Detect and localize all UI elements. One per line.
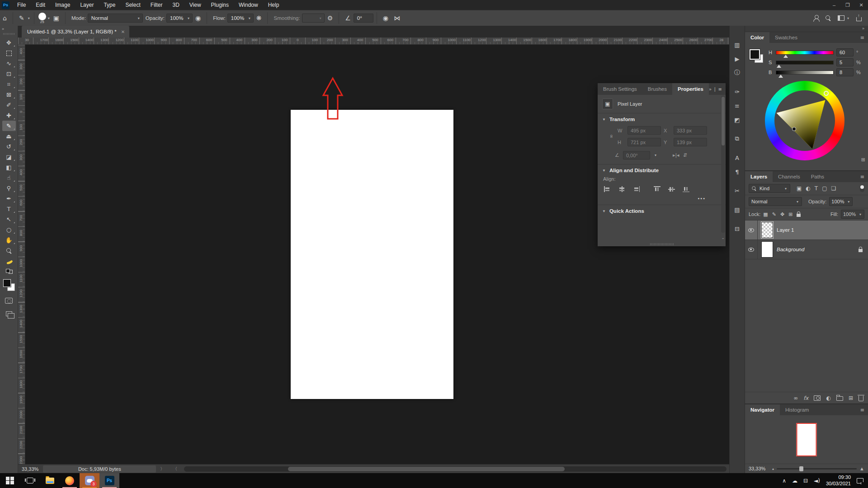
panel-menu-icon[interactable]: ≡	[718, 87, 722, 92]
tool-presets-panel-icon[interactable]: ≡	[732, 100, 743, 111]
tab-brushes[interactable]: Brushes	[642, 83, 672, 95]
history-brush-tool[interactable]: ↺	[2, 141, 16, 152]
filter-shape-icon[interactable]: ▢	[822, 185, 827, 192]
start-button[interactable]	[0, 473, 20, 488]
layers-blend-mode-select[interactable]: Normal ▾	[749, 197, 802, 206]
link-dimensions-icon[interactable]: ∞	[609, 133, 614, 140]
panel-menu-icon[interactable]: ≡	[860, 407, 864, 413]
eyedropper-tool[interactable]: ✐	[2, 100, 16, 110]
minimize-button[interactable]: –	[827, 0, 841, 10]
filter-adjustment-icon[interactable]: ◐	[806, 185, 810, 192]
home-icon[interactable]: ⌂	[0, 14, 9, 22]
discord-button[interactable]: 3	[80, 473, 99, 488]
document-tab[interactable]: Untitled-1 @ 33,3% (Layer 1, RGB/8) * ✕	[22, 26, 129, 38]
restore-button[interactable]: ❐	[841, 0, 854, 10]
scroll-down-icon[interactable]: ⌄	[721, 235, 725, 240]
s-slider[interactable]	[776, 61, 834, 65]
align-top-button[interactable]	[654, 186, 660, 192]
menu-filter[interactable]: Filter	[146, 0, 168, 10]
layer-effects-icon[interactable]: fx	[803, 395, 808, 401]
menu-layer[interactable]: Layer	[75, 0, 99, 10]
glyphs-panel-icon[interactable]: ✂	[732, 185, 743, 196]
b-slider[interactable]	[776, 70, 834, 75]
new-layer-icon[interactable]: ⊞	[849, 395, 853, 401]
hidden-icons-icon[interactable]: ∧	[782, 478, 786, 484]
layer-name[interactable]: Layer 1	[777, 227, 794, 233]
adjustment-layer-icon[interactable]: ◐	[826, 395, 830, 401]
filter-toggle[interactable]	[860, 185, 864, 192]
brush-size-picker[interactable]: 25	[38, 13, 46, 24]
brush-preset-icon[interactable]: ✎	[16, 14, 27, 22]
tab-layers[interactable]: Layers	[745, 171, 773, 182]
layer-thumbnail[interactable]	[761, 222, 773, 238]
menu-edit[interactable]: Edit	[31, 0, 50, 10]
layer-mask-icon[interactable]	[814, 395, 821, 401]
smoothing-select[interactable]: ▾	[302, 14, 325, 23]
layer-name[interactable]: Background	[777, 247, 804, 252]
chevron-down-icon[interactable]: ▾	[47, 16, 51, 20]
adjustments-panel-icon[interactable]: ◩	[732, 114, 743, 125]
flip-vertical-icon[interactable]: ⇵	[683, 152, 687, 158]
tab-brush-settings[interactable]: Brush Settings	[598, 83, 642, 95]
actions-panel-icon[interactable]: ▶	[732, 53, 743, 64]
layer-row[interactable]: Background	[745, 240, 868, 259]
chevron-down-icon[interactable]: ▾	[27, 16, 31, 20]
panel-menu-icon[interactable]: ≡	[860, 35, 864, 41]
menu-help[interactable]: Help	[263, 0, 284, 10]
foreground-background-swatch[interactable]	[2, 278, 16, 292]
move-tool[interactable]: ✥	[2, 38, 16, 48]
path-selection-tool[interactable]: ↖	[2, 214, 16, 225]
panel-resize-grip[interactable]	[650, 243, 674, 245]
opacity-select[interactable]: 100%▾	[166, 14, 193, 23]
layer-thumbnail[interactable]	[761, 241, 773, 258]
tab-swatches[interactable]: Swatches	[769, 32, 803, 43]
filter-pixel-icon[interactable]: ▣	[797, 185, 802, 192]
angle-input[interactable]: 0,00°	[623, 151, 650, 160]
tab-properties[interactable]: Properties	[672, 83, 709, 95]
align-section-header[interactable]: ▼Align and Distribute	[598, 164, 726, 175]
tab-histogram[interactable]: Histogram	[780, 404, 814, 415]
flip-horizontal-icon[interactable]: ▸|◂	[673, 152, 679, 158]
dock-collapse-icon[interactable]: »	[745, 26, 868, 32]
toolbar-collapse-icon[interactable]: »	[0, 26, 6, 32]
photoshop-taskbar-button[interactable]: Ps	[99, 473, 119, 488]
close-tab-icon[interactable]: ✕	[121, 29, 125, 34]
size-pressure-icon[interactable]: ◉	[380, 14, 391, 22]
color-wheel-expand-icon[interactable]: ⊞	[861, 157, 865, 163]
fill-select[interactable]: 100%▾	[841, 210, 864, 219]
lock-artboard-icon[interactable]: ⊞	[788, 211, 793, 217]
healing-brush-tool[interactable]: ✚	[2, 110, 16, 121]
scrollbar-thumb[interactable]	[288, 467, 565, 471]
document-canvas[interactable]	[291, 110, 453, 399]
h-slider[interactable]	[776, 51, 834, 55]
opacity-pressure-icon[interactable]: ◉	[193, 14, 203, 22]
filter-smart-icon[interactable]: ❏	[831, 185, 836, 192]
slider-marker[interactable]	[777, 65, 781, 68]
search-icon[interactable]	[826, 15, 831, 21]
transform-section-header[interactable]: ▼Transform	[598, 113, 726, 124]
brush-settings-panel-icon[interactable]: ✑	[732, 86, 743, 97]
account-icon[interactable]	[813, 15, 819, 21]
pen-tool[interactable]: ✒	[2, 193, 16, 204]
gradient-tool[interactable]: ◧	[2, 162, 16, 173]
lock-transparency-icon[interactable]: ▦	[763, 211, 768, 217]
delete-layer-icon[interactable]	[859, 396, 863, 401]
layer-row[interactable]: Layer 1	[745, 221, 868, 240]
marquee-tool[interactable]	[2, 48, 16, 58]
ellipse-tool[interactable]: ○	[2, 225, 16, 235]
clone-source-panel-icon[interactable]: ⧉	[732, 133, 743, 144]
width-input[interactable]: 495 px	[627, 126, 661, 135]
lock-pixels-icon[interactable]: ✎	[772, 211, 776, 217]
tab-color[interactable]: Color	[745, 32, 769, 43]
link-layers-icon[interactable]: ∞	[793, 395, 798, 401]
visibility-toggle[interactable]	[745, 240, 758, 259]
tab-navigator[interactable]: Navigator	[745, 404, 780, 415]
menu-image[interactable]: Image	[50, 0, 75, 10]
frame-tool[interactable]: ⊠	[2, 89, 16, 100]
eraser-tool[interactable]: ◪	[2, 152, 16, 162]
character-panel-icon[interactable]: A	[732, 152, 743, 163]
menu-plugins[interactable]: Plugins	[206, 0, 234, 10]
zoom-out-icon[interactable]: ▴	[772, 467, 774, 471]
new-group-icon[interactable]	[836, 396, 843, 401]
quick-mask-button[interactable]	[2, 296, 16, 306]
